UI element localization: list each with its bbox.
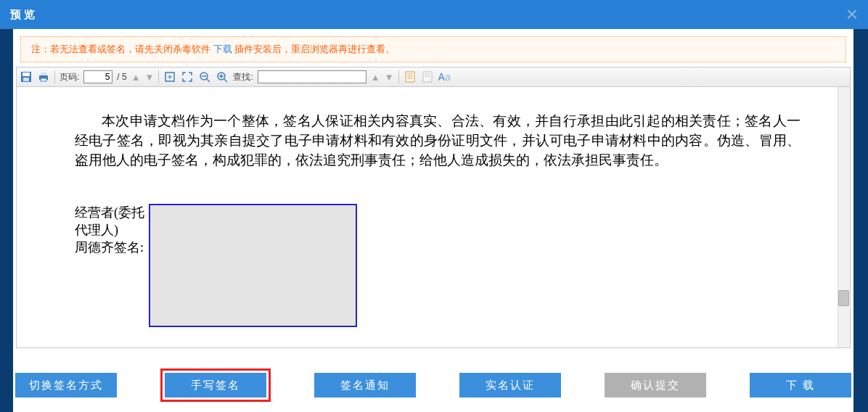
page-up-icon[interactable]: ▲ — [131, 72, 141, 83]
svg-rect-5 — [41, 78, 46, 81]
separator — [158, 70, 159, 83]
download-plugin-link[interactable]: 下载 — [213, 44, 232, 54]
page-down-icon[interactable]: ▼ — [145, 72, 155, 83]
sig-label-2: 代理人) — [75, 221, 144, 239]
sig-label-1: 经营者(委托 — [75, 204, 144, 221]
svg-rect-1 — [22, 73, 30, 76]
save-icon[interactable] — [20, 70, 33, 83]
print-icon[interactable] — [37, 70, 50, 83]
svg-rect-18 — [423, 72, 432, 82]
page-input[interactable] — [83, 70, 112, 83]
scrollbar-thumb[interactable] — [838, 290, 849, 306]
page-label: 页码: — [60, 71, 79, 83]
confirm-submit-button: 确认提交 — [605, 373, 706, 397]
svg-rect-4 — [41, 73, 46, 75]
download-button[interactable]: 下 载 — [750, 373, 851, 397]
search-prev-icon[interactable]: ▲ — [371, 72, 380, 83]
notice-bar: 注：若无法查看或签名，请先关闭杀毒软件 下载 插件安装后，重启浏览器再进行查看。 — [20, 36, 846, 62]
svg-rect-2 — [23, 78, 29, 81]
fit-page-icon[interactable] — [163, 70, 176, 83]
signature-row: 经营者(委托 代理人) 周德齐签名: — [75, 204, 801, 327]
notice-suffix: 插件安装后，重启浏览器再进行查看。 — [232, 44, 396, 54]
sig-label-3: 周德齐签名: — [75, 239, 144, 256]
modal-body: 注：若无法查看或签名，请先关闭杀毒软件 下载 插件安装后，重启浏览器再进行查看。… — [13, 29, 853, 412]
separator — [54, 70, 55, 83]
switch-sign-button[interactable]: 切换签名方式 — [15, 373, 117, 397]
modal-title-bar: 预览 × — [0, 0, 868, 29]
scrollbar[interactable] — [838, 87, 850, 347]
svg-rect-14 — [406, 72, 414, 82]
document-content: 本次申请文档作为一个整体，签名人保证相关内容真实、合法、有效，并自行承担由此引起… — [17, 87, 850, 327]
svg-line-11 — [224, 79, 227, 82]
hand-sign-button[interactable]: 手写签名 — [165, 373, 266, 397]
zoom-out-icon[interactable] — [198, 70, 211, 83]
text-size-icon[interactable]: Aa — [438, 71, 451, 83]
svg-line-8 — [207, 79, 210, 82]
modal-title: 预览 — [10, 8, 38, 22]
search-input[interactable] — [258, 70, 367, 83]
signature-labels: 经营者(委托 代理人) 周德齐签名: — [75, 204, 144, 327]
footer-buttons: 切换签名方式 手写签名 签名通知 实名认证 确认提交 下 载 — [13, 368, 853, 402]
signature-box[interactable] — [149, 204, 357, 327]
doc2-icon[interactable] — [421, 70, 434, 83]
search-next-icon[interactable]: ▼ — [385, 72, 394, 83]
document-viewport: 本次申请文档作为一个整体，签名人保证相关内容真实、合法、有效，并自行承担由此引起… — [16, 87, 851, 348]
search-label: 查找: — [233, 71, 253, 83]
notice-prefix: 注：若无法查看或签名，请先关闭杀毒软件 — [31, 44, 213, 54]
realname-button[interactable]: 实名认证 — [459, 373, 561, 397]
doc-icon[interactable] — [404, 70, 417, 83]
fullscreen-icon[interactable] — [181, 70, 194, 83]
close-icon[interactable]: × — [846, 7, 858, 22]
sign-notify-button[interactable]: 签名通知 — [314, 373, 416, 397]
viewer-toolbar: 页码: / 5 ▲ ▼ 查找: ▲ ▼ — [16, 67, 851, 87]
separator — [398, 70, 399, 83]
preview-modal: 预览 × 注：若无法查看或签名，请先关闭杀毒软件 下载 插件安装后，重启浏览器再… — [0, 0, 868, 412]
document-paragraph: 本次申请文档作为一个整体，签名人保证相关内容真实、合法、有效，并自行承担由此引起… — [75, 112, 801, 170]
page-total: / 5 — [117, 72, 126, 82]
zoom-in-icon[interactable] — [216, 70, 229, 83]
hand-sign-highlight: 手写签名 — [160, 368, 271, 402]
